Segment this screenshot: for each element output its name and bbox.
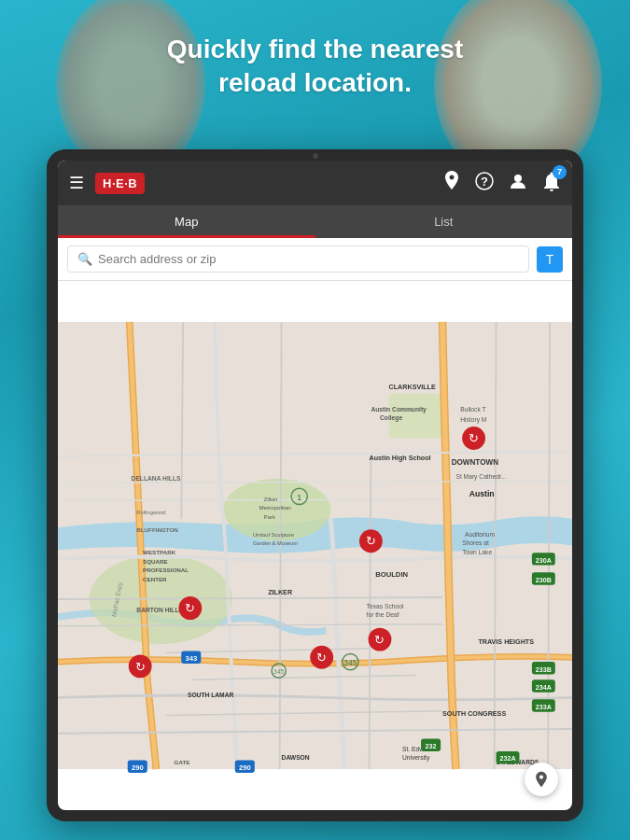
svg-text:for the Deaf: for the Deaf bbox=[367, 611, 399, 618]
svg-text:345: 345 bbox=[273, 668, 284, 675]
notification-badge: 7 bbox=[553, 165, 567, 179]
svg-text:232: 232 bbox=[426, 743, 437, 750]
map-svg: DELLANA HILLS Rollingwood BLUFFINGTON WE… bbox=[58, 281, 572, 810]
user-header-icon[interactable] bbox=[509, 172, 527, 195]
svg-text:234A: 234A bbox=[536, 684, 552, 692]
tab-map[interactable]: Map bbox=[58, 205, 315, 238]
svg-text:↻: ↻ bbox=[469, 431, 479, 445]
hero-line2: reload location. bbox=[218, 68, 412, 97]
svg-text:DELLANA HILLS: DELLANA HILLS bbox=[132, 476, 181, 483]
svg-text:University: University bbox=[402, 754, 430, 762]
map-area[interactable]: DELLANA HILLS Rollingwood BLUFFINGTON WE… bbox=[58, 281, 572, 810]
tab-list[interactable]: List bbox=[315, 205, 573, 238]
svg-text:Metropolitan: Metropolitan bbox=[259, 504, 292, 511]
camera-dot bbox=[313, 153, 318, 159]
svg-text:Rollingwood: Rollingwood bbox=[136, 510, 165, 515]
location-header-icon[interactable] bbox=[443, 171, 460, 196]
svg-text:Austin Community: Austin Community bbox=[371, 406, 427, 413]
svg-text:343: 343 bbox=[185, 654, 197, 663]
svg-text:CLARKSVILLE: CLARKSVILLE bbox=[389, 384, 436, 391]
svg-text:Umlauf Sculpture: Umlauf Sculpture bbox=[253, 532, 294, 538]
svg-text:1: 1 bbox=[297, 493, 301, 502]
help-header-icon[interactable]: ? bbox=[475, 172, 494, 195]
svg-text:TRAVIS HEIGHTS: TRAVIS HEIGHTS bbox=[478, 638, 534, 646]
svg-text:SOUTH LAMAR: SOUTH LAMAR bbox=[188, 692, 234, 698]
svg-text:BARTON HILLS: BARTON HILLS bbox=[136, 607, 183, 613]
location-btn-icon: T bbox=[546, 252, 554, 267]
svg-text:230B: 230B bbox=[536, 577, 552, 584]
notification-header-icon[interactable]: 7 bbox=[542, 171, 561, 196]
tablet-screen: ☰ H·E·B ? bbox=[58, 161, 572, 810]
svg-text:Austin High School: Austin High School bbox=[369, 455, 430, 462]
search-input-wrapper: 🔍 bbox=[67, 245, 529, 273]
svg-text:↻: ↻ bbox=[374, 633, 385, 647]
svg-text:↻: ↻ bbox=[185, 601, 195, 615]
svg-text:St Mary Cathedr...: St Mary Cathedr... bbox=[455, 473, 506, 481]
svg-text:CENTER: CENTER bbox=[143, 576, 167, 582]
svg-text:?: ? bbox=[481, 175, 488, 189]
hero-line1: Quickly find the nearest bbox=[167, 35, 463, 63]
svg-text:Auditorium: Auditorium bbox=[465, 531, 495, 538]
hamburger-menu-icon[interactable]: ☰ bbox=[69, 173, 84, 193]
tablet-frame: ☰ H·E·B ? bbox=[47, 149, 583, 821]
svg-text:PROFESSIONAL: PROFESSIONAL bbox=[143, 567, 189, 573]
svg-text:233A: 233A bbox=[536, 704, 552, 711]
tab-bar: Map List bbox=[58, 205, 572, 238]
app-header: ☰ H·E·B ? bbox=[58, 161, 572, 205]
heb-logo: H·E·B bbox=[95, 173, 145, 194]
svg-text:↻: ↻ bbox=[366, 535, 376, 549]
search-icon: 🔍 bbox=[77, 252, 92, 266]
svg-text:GATE: GATE bbox=[175, 759, 190, 765]
svg-text:Austin: Austin bbox=[469, 489, 495, 498]
svg-text:DOWNTOWN: DOWNTOWN bbox=[452, 458, 499, 467]
svg-text:ZILKER: ZILKER bbox=[268, 589, 293, 596]
svg-text:Zilker: Zilker bbox=[263, 496, 277, 502]
svg-text:Garden & Museum: Garden & Museum bbox=[253, 541, 298, 547]
svg-text:Shores at: Shores at bbox=[462, 540, 489, 547]
svg-text:Town Lake: Town Lake bbox=[462, 549, 492, 555]
svg-text:290: 290 bbox=[239, 763, 251, 772]
svg-text:232A: 232A bbox=[499, 755, 515, 763]
svg-text:WESTPARK: WESTPARK bbox=[143, 549, 176, 555]
search-bar: 🔍 T bbox=[58, 238, 572, 281]
svg-text:Park: Park bbox=[263, 513, 276, 520]
svg-text:230A: 230A bbox=[536, 557, 552, 565]
svg-text:BLUFFINGTON: BLUFFINGTON bbox=[136, 526, 178, 533]
svg-text:BOULDIN: BOULDIN bbox=[375, 570, 408, 579]
svg-text:Texas School: Texas School bbox=[367, 603, 404, 609]
header-icons: ? 7 bbox=[443, 171, 561, 196]
svg-point-2 bbox=[514, 175, 522, 182]
svg-text:233B: 233B bbox=[536, 666, 552, 674]
svg-text:History M: History M bbox=[460, 416, 487, 424]
svg-text:DAWSON: DAWSON bbox=[282, 754, 310, 761]
hero-text: Quickly find the nearest reload location… bbox=[0, 33, 630, 101]
svg-text:College: College bbox=[380, 414, 402, 422]
svg-text:345: 345 bbox=[343, 658, 357, 667]
location-search-button[interactable]: T bbox=[537, 246, 563, 273]
svg-text:Bullock T: Bullock T bbox=[460, 406, 485, 413]
svg-text:↻: ↻ bbox=[316, 651, 327, 665]
svg-text:↻: ↻ bbox=[135, 660, 146, 674]
svg-text:SOUTH CONGRESS: SOUTH CONGRESS bbox=[442, 710, 506, 718]
svg-text:SQUARE: SQUARE bbox=[143, 558, 168, 565]
svg-text:290: 290 bbox=[132, 763, 144, 772]
float-location-button[interactable] bbox=[525, 763, 558, 796]
search-input[interactable] bbox=[98, 252, 519, 266]
